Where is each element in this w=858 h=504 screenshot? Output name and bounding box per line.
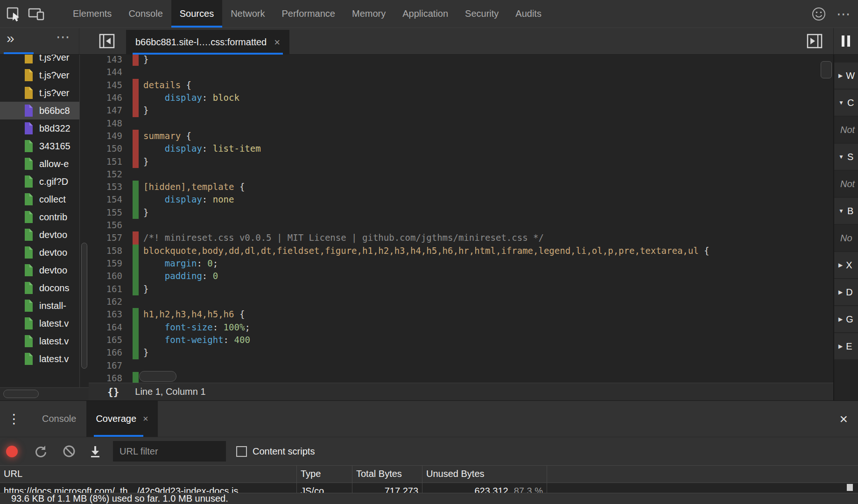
tab-sources[interactable]: Sources	[171, 0, 222, 28]
file-item[interactable]: 343165	[0, 137, 79, 155]
code-line[interactable]: 161}	[89, 283, 833, 295]
tab-console[interactable]: Console	[42, 413, 76, 424]
code-line[interactable]: 164 font-size: 100%;	[89, 321, 833, 334]
line-number[interactable]: 151	[89, 155, 122, 168]
line-number[interactable]: 146	[89, 91, 122, 104]
code-line[interactable]: 154 display: none	[89, 193, 833, 206]
file-item[interactable]: docons	[0, 279, 79, 297]
debugger-section-header[interactable]: ▼S	[834, 144, 858, 170]
device-toolbar-icon[interactable]	[28, 6, 45, 22]
code-line[interactable]: 163h1,h2,h3,h4,h5,h6 {	[89, 308, 833, 321]
line-number[interactable]: 158	[89, 245, 122, 257]
file-item[interactable]: latest.v	[0, 350, 79, 368]
feedback-smiley-icon[interactable]	[810, 6, 827, 22]
tab-console[interactable]: Console	[120, 0, 171, 28]
line-number[interactable]: 148	[89, 117, 122, 130]
line-number[interactable]: 157	[89, 231, 122, 244]
drawer-menu-icon[interactable]: ⋮	[7, 413, 21, 426]
code-line[interactable]: 149summary {	[89, 130, 833, 142]
debugger-section-header[interactable]: ▶X	[834, 252, 858, 278]
file-item[interactable]: contrib	[0, 208, 79, 226]
line-number[interactable]: 150	[89, 142, 122, 155]
debugger-section-header[interactable]: ▶D	[834, 279, 858, 305]
scrollbar-thumb[interactable]	[3, 390, 39, 398]
file-item[interactable]: devtoo	[0, 261, 79, 279]
file-item[interactable]: install-	[0, 297, 79, 315]
tab-application[interactable]: Application	[394, 0, 457, 28]
tab-performance[interactable]: Performance	[274, 0, 344, 28]
drawer-close-icon[interactable]: ×	[839, 412, 848, 426]
tab-memory[interactable]: Memory	[344, 0, 394, 28]
line-number[interactable]: 154	[89, 193, 122, 206]
debugger-section-header[interactable]: ▼B	[834, 198, 858, 224]
export-icon[interactable]	[89, 445, 101, 458]
code-line[interactable]: 160 padding: 0	[89, 270, 833, 282]
line-number[interactable]: 143	[89, 55, 122, 66]
file-item[interactable]: t.js?ver	[0, 66, 79, 84]
file-item[interactable]: t.js?ver	[0, 84, 79, 102]
code-line[interactable]: 146 display: block	[89, 91, 833, 104]
file-item[interactable]: t.js?ver	[0, 55, 79, 66]
pretty-print-button[interactable]: {}	[107, 386, 119, 398]
code-line[interactable]: 145details {	[89, 79, 833, 91]
file-item[interactable]: latest.v	[0, 332, 79, 350]
file-item[interactable]: collect	[0, 190, 79, 208]
file-item[interactable]: allow-e	[0, 155, 79, 173]
code-line[interactable]: 148	[89, 117, 833, 130]
code-line[interactable]: 143}	[89, 55, 833, 66]
navigator-more-icon[interactable]: ⋯	[56, 30, 70, 44]
line-number[interactable]: 152	[89, 168, 122, 181]
file-item[interactable]: c.gif?D	[0, 173, 79, 190]
tab-network[interactable]: Network	[222, 0, 273, 28]
code-line[interactable]: 162	[89, 295, 833, 308]
pause-script-button[interactable]	[833, 28, 858, 54]
coverage-table-row[interactable]: https://docs.microsoft.com/_th…/42c9dd23…	[0, 483, 858, 493]
line-number[interactable]: 159	[89, 257, 122, 270]
show-navigator-icon[interactable]	[99, 34, 115, 49]
line-number[interactable]: 145	[89, 79, 122, 91]
tab-elements[interactable]: Elements	[64, 0, 120, 28]
content-scripts-checkbox[interactable]	[236, 446, 247, 457]
code-line[interactable]: 166}	[89, 346, 833, 359]
code-line[interactable]: 150 display: list-item	[89, 142, 833, 155]
reload-icon[interactable]	[34, 445, 47, 458]
debugger-section-header[interactable]: ▶G	[834, 306, 858, 332]
column-header-unused-bytes[interactable]: Unused Bytes	[422, 466, 547, 483]
code-line[interactable]: 147}	[89, 104, 833, 117]
line-number[interactable]: 144	[89, 66, 122, 78]
line-number[interactable]: 168	[89, 372, 122, 383]
line-number[interactable]: 161	[89, 283, 122, 295]
close-icon[interactable]: ×	[143, 413, 148, 424]
line-number[interactable]: 164	[89, 321, 122, 334]
line-number[interactable]: 166	[89, 346, 122, 359]
chevron-double-right-icon[interactable]: »	[7, 30, 14, 46]
line-number[interactable]: 167	[89, 359, 122, 372]
line-number[interactable]: 149	[89, 130, 122, 142]
code-editor[interactable]: 143}144145details {146 display: block147…	[89, 55, 833, 383]
record-coverage-button[interactable]	[6, 446, 18, 457]
line-number[interactable]: 163	[89, 308, 122, 321]
show-debugger-panel-icon[interactable]	[807, 34, 823, 49]
line-number[interactable]: 160	[89, 270, 122, 282]
code-line[interactable]: 157/*! minireset.css v0.0.5 | MIT Licens…	[89, 231, 833, 244]
code-line[interactable]: 152	[89, 168, 833, 181]
tab-security[interactable]: Security	[457, 0, 507, 28]
code-line[interactable]: 168	[89, 372, 833, 383]
tab-coverage[interactable]: Coverage ×	[86, 401, 157, 437]
file-item[interactable]: b8d322	[0, 119, 79, 137]
column-header-type[interactable]: Type	[297, 466, 352, 483]
file-item[interactable]: devtoo	[0, 226, 79, 244]
code-line[interactable]: 156	[89, 219, 833, 231]
file-item[interactable]: b66bc8	[0, 102, 79, 119]
column-header-url[interactable]: URL	[0, 466, 297, 483]
scrollbar-thumb[interactable]	[81, 243, 87, 369]
editor-vertical-scrollbar-thumb[interactable]	[821, 61, 832, 78]
code-line[interactable]: 153[hidden],template {	[89, 181, 833, 193]
code-line[interactable]: 159 margin: 0;	[89, 257, 833, 270]
code-line[interactable]: 167	[89, 359, 833, 372]
code-line[interactable]: 158blockquote,body,dd,dl,dt,fieldset,fig…	[89, 245, 833, 257]
column-header-total-bytes[interactable]: Total Bytes	[352, 466, 422, 483]
clear-icon[interactable]	[63, 445, 76, 458]
line-number[interactable]: 165	[89, 334, 122, 346]
debugger-section-header[interactable]: ▶E	[834, 333, 858, 359]
